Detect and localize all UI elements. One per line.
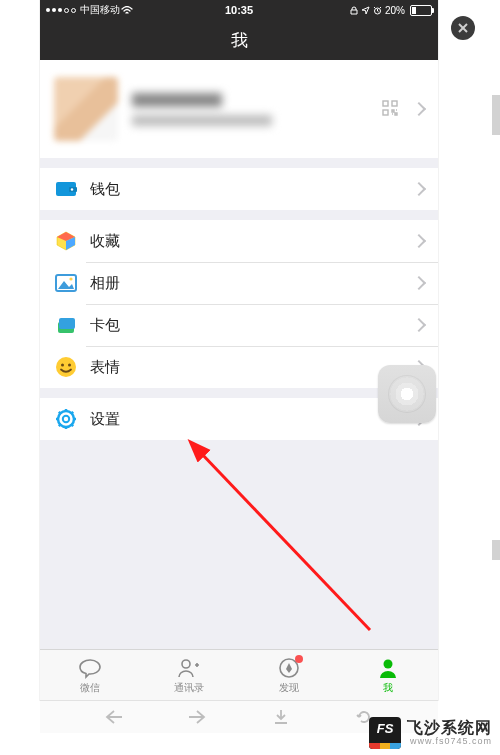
tab-chats[interactable]: 微信 bbox=[40, 650, 140, 700]
chevron-right-icon bbox=[412, 182, 426, 196]
forward-icon[interactable] bbox=[187, 707, 207, 727]
profile-name-area bbox=[132, 93, 272, 126]
svg-line-24 bbox=[71, 424, 73, 426]
qr-icon[interactable] bbox=[382, 100, 398, 116]
watermark: FS 飞沙系统网 www.fs0745.com bbox=[369, 717, 492, 749]
emoji-icon bbox=[54, 355, 78, 379]
cell-cards[interactable]: 卡包 bbox=[40, 304, 438, 346]
favorites-icon bbox=[54, 229, 78, 253]
cell-label: 卡包 bbox=[90, 316, 414, 335]
cell-label: 设置 bbox=[90, 410, 414, 429]
watermark-url: www.fs0745.com bbox=[407, 737, 492, 746]
assistive-touch[interactable] bbox=[378, 365, 436, 423]
chat-icon bbox=[77, 656, 103, 680]
navbar: 我 bbox=[40, 20, 438, 60]
settings-icon bbox=[54, 407, 78, 431]
chevron-right-icon bbox=[412, 234, 426, 248]
avatar bbox=[54, 77, 118, 141]
me-icon bbox=[376, 656, 400, 680]
chevron-right-icon bbox=[412, 276, 426, 290]
back-icon[interactable] bbox=[104, 707, 124, 727]
svg-marker-30 bbox=[286, 663, 292, 673]
svg-point-6 bbox=[71, 188, 73, 190]
close-button[interactable] bbox=[451, 16, 475, 40]
status-time: 10:35 bbox=[40, 4, 438, 16]
contacts-icon bbox=[176, 656, 202, 680]
download-icon[interactable] bbox=[271, 707, 291, 727]
nav-title: 我 bbox=[231, 29, 248, 52]
svg-point-17 bbox=[68, 364, 71, 367]
side-scroll-hint bbox=[492, 95, 500, 135]
cell-label: 相册 bbox=[90, 274, 414, 293]
profile-cell[interactable] bbox=[40, 60, 438, 158]
svg-line-25 bbox=[59, 424, 61, 426]
cell-label: 钱包 bbox=[90, 180, 414, 199]
cell-favorites[interactable]: 收藏 bbox=[40, 220, 438, 262]
chevron-right-icon bbox=[412, 102, 426, 116]
watermark-title: 飞沙系统网 bbox=[407, 720, 492, 737]
battery-icon bbox=[410, 5, 432, 16]
phone-frame: 中国移动 10:35 20% 我 bbox=[40, 0, 438, 700]
tabbar: 微信 通讯录 发现 我 bbox=[40, 649, 438, 700]
album-icon bbox=[54, 271, 78, 295]
tab-me[interactable]: 我 bbox=[339, 650, 439, 700]
discover-icon bbox=[277, 656, 301, 680]
svg-point-12 bbox=[69, 277, 72, 280]
status-bar: 中国移动 10:35 20% bbox=[40, 0, 438, 20]
svg-rect-1 bbox=[383, 101, 388, 106]
svg-line-23 bbox=[59, 412, 61, 414]
svg-point-15 bbox=[56, 357, 76, 377]
tab-label: 微信 bbox=[80, 681, 100, 695]
svg-rect-3 bbox=[383, 110, 388, 115]
svg-point-27 bbox=[63, 416, 69, 422]
chevron-right-icon bbox=[412, 318, 426, 332]
svg-point-31 bbox=[384, 659, 393, 668]
tab-contacts[interactable]: 通讯录 bbox=[140, 650, 240, 700]
svg-point-28 bbox=[182, 660, 190, 668]
watermark-logo-text: FS bbox=[369, 721, 401, 736]
cell-label: 收藏 bbox=[90, 232, 414, 251]
svg-rect-2 bbox=[392, 101, 397, 106]
svg-rect-14 bbox=[59, 318, 75, 329]
badge-dot bbox=[295, 655, 303, 663]
cards-icon bbox=[54, 313, 78, 337]
tab-label: 通讯录 bbox=[174, 681, 204, 695]
cell-wallet[interactable]: 钱包 bbox=[40, 168, 438, 210]
svg-line-26 bbox=[71, 412, 73, 414]
svg-marker-11 bbox=[58, 281, 74, 289]
wallet-icon bbox=[54, 177, 78, 201]
svg-point-16 bbox=[61, 364, 64, 367]
watermark-logo: FS bbox=[369, 717, 401, 749]
tab-label: 发现 bbox=[279, 681, 299, 695]
tab-discover[interactable]: 发现 bbox=[239, 650, 339, 700]
side-scroll-hint bbox=[492, 540, 500, 560]
cell-label: 表情 bbox=[90, 358, 414, 377]
tab-label: 我 bbox=[383, 681, 393, 695]
cell-album[interactable]: 相册 bbox=[40, 262, 438, 304]
